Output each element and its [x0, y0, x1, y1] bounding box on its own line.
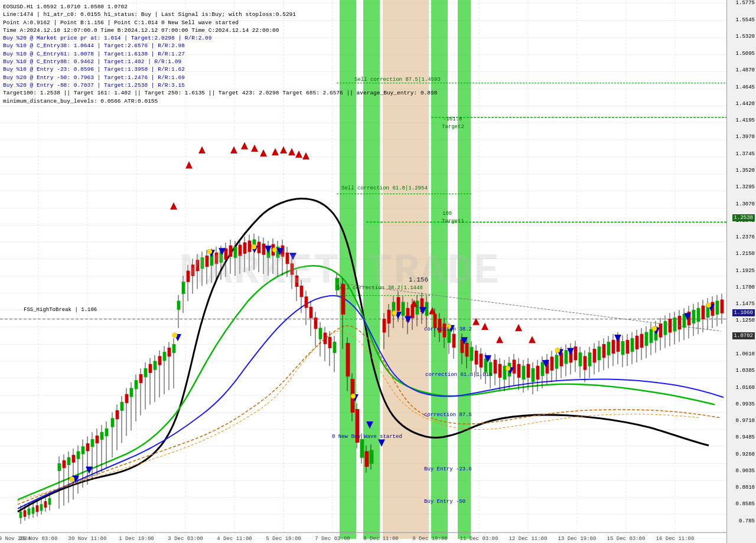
svg-rect-238	[484, 359, 487, 372]
svg-rect-314	[664, 322, 667, 335]
svg-rect-288	[602, 344, 605, 357]
price-1395: 1.4195	[736, 117, 755, 123]
svg-rect-218	[434, 314, 436, 327]
svg-point-392	[506, 366, 510, 371]
svg-rect-172	[314, 318, 317, 329]
svg-rect-180	[333, 342, 336, 352]
svg-rect-150	[262, 244, 265, 254]
svg-rect-258	[532, 368, 535, 381]
svg-point-393	[555, 348, 560, 353]
svg-rect-170	[309, 307, 312, 318]
svg-rect-190	[356, 410, 359, 443]
svg-rect-244	[498, 364, 501, 377]
time-label-11: 12 Dec 11:00	[509, 536, 548, 542]
svg-rect-316	[669, 319, 672, 332]
price-1205: 1.2150	[736, 251, 755, 257]
grid-vertical	[38, 0, 675, 539]
svg-rect-276	[574, 346, 577, 359]
svg-rect-198	[383, 319, 386, 332]
time-label-5: 4 Dec 11:00	[217, 536, 252, 542]
svg-rect-48	[19, 512, 22, 518]
time-label-8: 8 Dec 11:00	[363, 536, 398, 542]
svg-marker-341	[230, 146, 237, 153]
svg-rect-160	[286, 253, 289, 263]
svg-rect-182	[335, 278, 339, 290]
time-label-2: 30 Nov 11:00	[69, 536, 107, 542]
svg-point-391	[447, 325, 451, 329]
svg-point-387	[252, 244, 256, 249]
price-0955: 0.9710	[736, 418, 755, 424]
price-0880: 0.9035	[736, 468, 755, 474]
price-0785: 0.785	[739, 518, 755, 524]
green-band-4	[458, 0, 471, 539]
svg-rect-174	[319, 328, 322, 339]
price-12538-highlight: 1.2538	[732, 214, 755, 221]
svg-rect-192	[360, 440, 364, 458]
svg-rect-112	[172, 344, 175, 352]
price-1230: 1.2376	[736, 234, 755, 240]
svg-marker-342	[241, 142, 248, 149]
svg-rect-282	[588, 353, 591, 366]
svg-rect-178	[328, 337, 331, 348]
price-0855: 0.8810	[736, 485, 755, 490]
svg-rect-306	[645, 332, 648, 345]
svg-rect-148	[258, 242, 260, 253]
svg-rect-298	[626, 340, 629, 353]
svg-rect-80	[96, 436, 99, 443]
time-label-9: 9 Dec 19:00	[412, 536, 447, 542]
price-1180: 1.1925	[736, 268, 755, 274]
svg-rect-330	[702, 306, 705, 319]
svg-marker-356	[515, 324, 522, 331]
svg-point-388	[272, 247, 277, 252]
svg-rect-260	[536, 366, 539, 379]
svg-rect-116	[182, 282, 185, 293]
svg-rect-292	[612, 340, 615, 353]
svg-rect-284	[593, 349, 596, 362]
price-1578: 1.5775	[736, 0, 755, 6]
svg-rect-304	[640, 334, 643, 347]
price-11060-highlight: 1.1060	[732, 309, 755, 316]
svg-rect-184	[341, 284, 345, 314]
svg-rect-54	[32, 508, 34, 513]
svg-rect-162	[291, 264, 294, 274]
svg-rect-50	[24, 511, 26, 516]
svg-marker-380	[614, 335, 621, 342]
svg-rect-124	[201, 258, 204, 269]
svg-rect-136	[229, 246, 232, 256]
time-label-4: 3 Dec 03:00	[168, 536, 203, 542]
svg-point-394	[652, 326, 657, 331]
svg-rect-252	[517, 364, 520, 377]
price-1320: 1.3520	[736, 168, 755, 174]
green-band-3	[431, 0, 448, 539]
svg-rect-168	[305, 297, 308, 308]
svg-rect-62	[48, 499, 51, 505]
svg-marker-350	[170, 202, 177, 210]
svg-rect-142	[243, 243, 246, 253]
price-1155: 1.1700	[736, 284, 755, 290]
svg-rect-58	[40, 505, 43, 511]
price-current: 1.0702	[732, 332, 755, 339]
price-1295: 1.3295	[736, 184, 755, 190]
svg-rect-234	[475, 351, 478, 364]
svg-rect-266	[550, 357, 553, 370]
svg-rect-68	[67, 457, 70, 465]
svg-rect-204	[397, 297, 400, 310]
svg-rect-272	[565, 351, 568, 364]
svg-rect-52	[28, 509, 30, 515]
chart-container: MARKET TRADE EOSUSD.H1 1.0592 1.0710 1.0…	[0, 0, 756, 543]
svg-marker-355	[496, 336, 503, 343]
price-1520: 1.5320	[736, 34, 755, 40]
svg-rect-92	[125, 394, 128, 403]
price-1105: 1.1250	[736, 318, 755, 323]
svg-rect-308	[650, 329, 653, 342]
svg-rect-250	[513, 360, 516, 373]
svg-marker-346	[280, 146, 287, 153]
svg-marker-364	[265, 246, 272, 253]
svg-rect-74	[82, 447, 84, 454]
svg-rect-100	[144, 368, 147, 377]
svg-marker-357	[529, 336, 536, 343]
time-label-13: 15 Dec 03:00	[607, 536, 646, 542]
price-1005: 1.0160	[736, 385, 755, 391]
svg-rect-72	[77, 452, 80, 459]
price-1495: 1.5095	[736, 51, 755, 57]
